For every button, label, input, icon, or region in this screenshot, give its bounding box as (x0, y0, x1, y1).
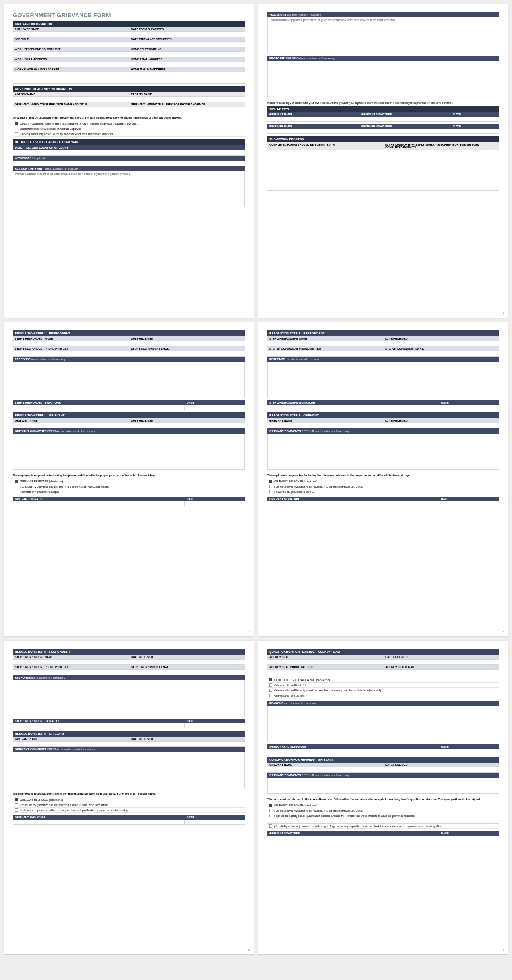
inp-s1-gn[interactable] (13, 423, 129, 428)
lbl-s3-gdr: DATE RECEIVED (129, 737, 245, 741)
inp-date-sub[interactable] (129, 32, 245, 37)
inp-s3-sigd[interactable] (185, 723, 245, 728)
inp-gdate[interactable] (451, 117, 499, 121)
inp-s2-gdr[interactable] (383, 423, 499, 428)
inp-job[interactable] (13, 42, 129, 47)
inp-s2-phone[interactable] (267, 351, 383, 356)
check-o3[interactable]: (If partial qualification) I waive any f… (267, 824, 499, 829)
page-num-2: 2 (503, 312, 504, 314)
inp-rname[interactable] (267, 129, 359, 133)
inp-hemail[interactable] (129, 62, 245, 67)
inp-s2-dr[interactable] (383, 341, 499, 346)
check-q1[interactable]: Grievance is qualified in full. (267, 683, 499, 688)
inp-s1-dr[interactable] (129, 341, 245, 346)
inp-gname[interactable] (267, 117, 359, 121)
inp-facility[interactable] (129, 97, 245, 102)
inp-s1-gc[interactable] (13, 434, 245, 470)
lbl-ahp: AGENCY HEAD PHONE with EXT (267, 665, 383, 669)
inp-s2-name[interactable] (267, 341, 383, 346)
check-s3-conclude[interactable]: I conclude my grievance and am returning… (13, 802, 245, 808)
check-disc[interactable]: Grieving disciplinary action issued by s… (13, 131, 245, 137)
inp-violations[interactable]: Provide a list of any policies, procedur… (267, 17, 499, 53)
inp-reasons[interactable] (267, 706, 499, 742)
inp-s3-gdr[interactable] (129, 742, 245, 746)
inp-s1-email[interactable] (129, 351, 245, 356)
inp-gs6[interactable] (267, 836, 439, 841)
inp-s2-resp[interactable] (267, 362, 499, 398)
inp-s1-gs[interactable] (13, 501, 185, 506)
check-s1-advance[interactable]: I advance my grievance to Step 2. (13, 489, 245, 494)
inp-s2-sig[interactable] (267, 405, 439, 410)
inp-s3-phone[interactable] (13, 670, 129, 675)
inp-waddr[interactable] (13, 72, 129, 83)
inp-ahs[interactable] (267, 749, 439, 754)
inp-date-occ[interactable] (129, 42, 245, 47)
inp-ahdr[interactable] (383, 660, 499, 664)
inp-s2-sigd[interactable] (439, 405, 499, 410)
inp-s3-dr[interactable] (129, 660, 245, 664)
inp-account[interactable]: Provide a detailed account of the occurr… (13, 171, 245, 207)
check-discrim[interactable]: Discrimination or Retaliation by Immedia… (13, 126, 245, 131)
inp-dr6[interactable] (383, 767, 499, 772)
inp-s1-phone[interactable] (13, 351, 129, 356)
check-s2-advance[interactable]: I advance my grievance to Step 3. (267, 489, 499, 494)
inp-s1-gsd[interactable] (185, 501, 245, 506)
inp-s2-gn[interactable] (267, 423, 383, 428)
inp-witnesses[interactable] (13, 161, 245, 166)
inp-s1-name[interactable] (13, 341, 129, 346)
inp-s1-sigd[interactable] (185, 405, 245, 410)
inp-appeal[interactable] (267, 818, 499, 823)
inp-s3-email[interactable] (129, 670, 245, 675)
lbl-haddr: HOME MAILING ADDRESS (129, 67, 245, 72)
inp-sup-phone[interactable] (129, 107, 245, 112)
inp-haddr[interactable] (129, 72, 245, 83)
inp-proposed[interactable] (267, 61, 499, 97)
check-s3-advance[interactable]: I advance my grievance to the next step … (13, 808, 245, 813)
check-o2[interactable]: I appeal the agency head's qualification… (267, 813, 499, 818)
check-s2-conclude[interactable]: I conclude my grievance and am returning… (267, 484, 499, 489)
inp-htel[interactable] (129, 52, 245, 57)
inp-s2-gc[interactable] (267, 434, 499, 470)
check-o1[interactable]: I conclude my grievance and am returning… (267, 808, 499, 813)
inp-s1-gdr[interactable] (129, 423, 245, 428)
check-q3[interactable]: Grievance is not qualified. (267, 693, 499, 698)
inp-wemail[interactable] (13, 62, 129, 67)
inp-rdate[interactable] (451, 129, 499, 133)
inp-s3-gc[interactable] (13, 752, 245, 788)
inp-ahe[interactable] (383, 670, 499, 675)
inp-rsig[interactable] (359, 129, 451, 133)
inp-ah[interactable] (267, 660, 383, 664)
inp-s3-gn[interactable] (13, 742, 129, 746)
inp-gc6[interactable] (267, 778, 499, 794)
inp-submit-to[interactable] (267, 150, 383, 190)
lbl-s1-phone: STEP 1 RESPONDENT PHONE with EXT (13, 346, 129, 351)
inp-s2-email[interactable] (383, 351, 499, 356)
inp-emp-name[interactable] (13, 32, 129, 37)
inp-ahsd[interactable] (439, 749, 499, 754)
inp-s3-sig[interactable] (13, 723, 185, 728)
inp-s3-gs[interactable] (13, 820, 185, 824)
inp-s2-gs[interactable] (267, 501, 439, 506)
inp-sup-name[interactable] (13, 107, 129, 112)
inp-gn6[interactable] (267, 767, 383, 772)
inp-s3-name[interactable] (13, 660, 129, 664)
lbl-sup-phone: GRIEVANT IMMEDIATE SUPERVISOR PHONE AND … (129, 102, 245, 107)
sub-s1-resp: RESPONSE use attachments if necessary (13, 357, 245, 362)
inp-bypass[interactable] (383, 150, 499, 190)
inp-agency[interactable] (13, 97, 129, 102)
inp-s3-gsd[interactable] (185, 820, 245, 824)
note-return: This form must be returned to the Human … (267, 798, 499, 801)
inp-wtel[interactable] (13, 52, 129, 57)
inp-gsd6[interactable] (439, 836, 499, 841)
lbl-s1-gn: GRIEVANT NAME (13, 418, 129, 423)
check-s1-conclude[interactable]: I conclude my grievance and am returning… (13, 484, 245, 489)
inp-datetime[interactable] (13, 150, 245, 155)
inp-s1-sig[interactable] (13, 405, 185, 410)
check-q2[interactable]: Grievance is qualified only in part, as … (267, 688, 499, 693)
inp-s1-resp[interactable] (13, 362, 245, 398)
lbl-wtel: WORK TELEPHONE NO. with EXT. (13, 47, 129, 51)
inp-s2-gsd[interactable] (439, 501, 499, 506)
inp-s3-resp[interactable] (13, 680, 245, 716)
inp-gsig[interactable] (359, 117, 451, 121)
inp-ahp[interactable] (267, 670, 383, 675)
